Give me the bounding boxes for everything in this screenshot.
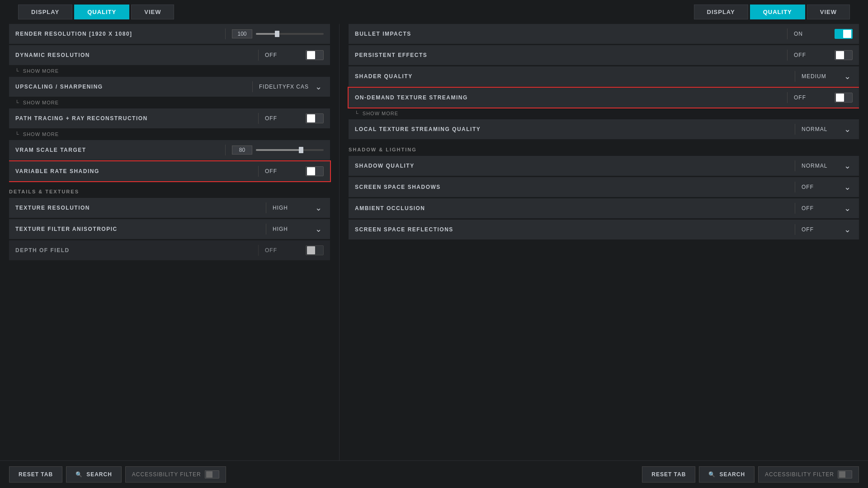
ambient-occlusion-row: AMBIENT OCCLUSION OFF ⌄ (349, 198, 859, 218)
search-left-icon: 🔍 (75, 471, 83, 478)
shadow-quality-label: SHADOW QUALITY (355, 163, 788, 169)
top-navigation: DISPLAY QUALITY VIEW DISPLAY QUALITY VIE… (0, 0, 868, 24)
divider (795, 71, 795, 82)
shadow-quality-dropdown-btn[interactable]: ⌄ (842, 161, 853, 171)
shader-quality-label: SHADER QUALITY (355, 73, 788, 80)
slider-track[interactable] (256, 33, 324, 35)
search-right-btn[interactable]: 🔍 SEARCH (699, 466, 755, 483)
texture-filter-value: HIGH (273, 226, 309, 232)
shader-quality-row: SHADER QUALITY MEDIUM ⌄ (349, 66, 859, 86)
accessibility-right-toggle[interactable] (838, 470, 852, 479)
upscaling-dropdown-btn[interactable]: ⌄ (313, 82, 324, 92)
small-toggle-thumb (839, 471, 845, 478)
path-tracing-toggle[interactable] (306, 113, 324, 123)
divider (258, 113, 259, 124)
divider (258, 50, 259, 61)
vram-thumb[interactable] (299, 147, 303, 153)
bullet-impacts-row: BULLET IMPACTS ON (349, 24, 859, 44)
local-texture-value: NORMAL (802, 126, 838, 132)
dynamic-resolution-value: OFF (265, 52, 301, 58)
display-right-btn[interactable]: DISPLAY (694, 5, 748, 19)
reset-tab-left-btn[interactable]: RESET TAB (9, 466, 62, 483)
bottom-bar-left: RESET TAB 🔍 SEARCH ACCESSIBILITY FILTER (9, 466, 226, 483)
vram-fill (256, 149, 300, 151)
right-panel: BULLET IMPACTS ON PERSISTENT EFFECTS OFF… (339, 24, 859, 460)
screen-space-reflections-value: OFF (802, 226, 838, 233)
divider (795, 203, 795, 214)
view-left-btn[interactable]: VIEW (131, 5, 174, 19)
bullet-impacts-label: BULLET IMPACTS (355, 31, 781, 37)
texture-filter-dropdown-btn[interactable]: ⌄ (313, 224, 324, 234)
accessibility-left-toggle[interactable] (205, 470, 219, 479)
ambient-occlusion-value: OFF (802, 205, 838, 211)
screen-space-reflections-dropdown-btn[interactable]: ⌄ (842, 225, 853, 235)
shadow-lighting-header: SHADOW & LIGHTING (349, 141, 859, 156)
search-left-btn[interactable]: 🔍 SEARCH (66, 466, 122, 483)
screen-space-shadows-dropdown-btn[interactable]: ⌄ (842, 182, 853, 192)
path-tracing-row: PATH TRACING + RAY RECONSTRUCTION OFF (9, 108, 330, 128)
screen-space-reflections-label: SCREEN SPACE REFLECTIONS (355, 226, 788, 233)
ambient-occlusion-dropdown-btn[interactable]: ⌄ (842, 203, 853, 213)
render-resolution-slider[interactable]: 100 (232, 29, 324, 38)
bottom-bar: RESET TAB 🔍 SEARCH ACCESSIBILITY FILTER … (0, 460, 868, 488)
on-demand-texture-row: ON-DEMAND TEXTURE STREAMING OFF (349, 88, 859, 108)
view-right-btn[interactable]: VIEW (807, 5, 850, 19)
shadow-quality-row: SHADOW QUALITY NORMAL ⌄ (349, 156, 859, 176)
variable-rate-shading-label: VARIABLE RATE SHADING (15, 168, 252, 174)
search-right-label: SEARCH (719, 471, 745, 478)
vram-scale-row: VRAM SCALE TARGET 80 (9, 140, 330, 160)
dynamic-resolution-toggle[interactable] (306, 50, 324, 60)
bottom-bar-right: RESET TAB 🔍 SEARCH ACCESSIBILITY FILTER (642, 466, 859, 483)
divider (266, 202, 266, 213)
variable-rate-shading-toggle[interactable] (306, 166, 324, 176)
toggle-thumb (836, 51, 844, 59)
depth-of-field-toggle[interactable] (306, 245, 324, 255)
screen-space-shadows-value: OFF (802, 184, 838, 190)
texture-resolution-label: TEXTURE RESOLUTION (15, 205, 259, 211)
shader-quality-value: MEDIUM (802, 73, 838, 80)
quality-left-btn[interactable]: QUALITY (74, 5, 129, 19)
ambient-occlusion-label: AMBIENT OCCLUSION (355, 205, 788, 211)
reset-tab-right-btn[interactable]: RESET TAB (642, 466, 695, 483)
persistent-effects-row: PERSISTENT EFFECTS OFF (349, 45, 859, 65)
show-more-label-1: SHOW MORE (23, 68, 59, 74)
vram-slider[interactable]: 80 (232, 145, 324, 155)
slider-thumb[interactable] (275, 31, 279, 37)
dynamic-resolution-row: DYNAMIC RESOLUTION OFF (9, 45, 330, 65)
persistent-effects-toggle[interactable] (835, 50, 853, 60)
divider (787, 50, 788, 61)
show-more-3[interactable]: └ SHOW MORE (9, 130, 330, 139)
on-demand-texture-toggle[interactable] (835, 93, 853, 103)
texture-resolution-dropdown-btn[interactable]: ⌄ (313, 203, 324, 213)
screen-space-shadows-label: SCREEN SPACE SHADOWS (355, 184, 788, 190)
show-more-r1[interactable]: └ SHOW MORE (349, 109, 859, 118)
persistent-effects-value: OFF (794, 52, 830, 58)
local-texture-dropdown-btn[interactable]: ⌄ (842, 124, 853, 134)
local-texture-label: LOCAL TEXTURE STREAMING QUALITY (355, 126, 788, 132)
show-more-1[interactable]: └ SHOW MORE (9, 66, 330, 75)
vram-track[interactable] (256, 149, 324, 151)
divider (795, 182, 795, 192)
upscaling-label: UPSCALING / SHARPENING (15, 84, 246, 90)
quality-right-btn[interactable]: QUALITY (750, 5, 805, 19)
divider (787, 92, 788, 103)
display-left-btn[interactable]: DISPLAY (18, 5, 72, 19)
toggle-thumb (843, 30, 851, 38)
shader-quality-dropdown-btn[interactable]: ⌄ (842, 71, 853, 81)
divider (266, 224, 266, 235)
depth-of-field-row: DEPTH OF FIELD OFF (9, 240, 330, 260)
main-content: RENDER RESOLUTION [1920 X 1080] 100 DYNA… (0, 24, 868, 460)
on-demand-texture-label: ON-DEMAND TEXTURE STREAMING (355, 94, 781, 101)
texture-filter-label: TEXTURE FILTER ANISOTROPIC (15, 226, 259, 232)
path-tracing-value: OFF (265, 115, 301, 122)
path-tracing-label: PATH TRACING + RAY RECONSTRUCTION (15, 115, 252, 122)
upscaling-value: FIDELITYFX CAS (259, 84, 309, 90)
screen-space-shadows-row: SCREEN SPACE SHADOWS OFF ⌄ (349, 177, 859, 197)
show-more-2[interactable]: └ SHOW MORE (9, 98, 330, 107)
divider (225, 145, 226, 155)
upscaling-row: UPSCALING / SHARPENING FIDELITYFX CAS ⌄ (9, 77, 330, 97)
bullet-impacts-toggle[interactable] (835, 29, 853, 39)
toggle-thumb (307, 246, 315, 254)
toggle-thumb (307, 167, 315, 175)
texture-filter-row: TEXTURE FILTER ANISOTROPIC HIGH ⌄ (9, 219, 330, 239)
